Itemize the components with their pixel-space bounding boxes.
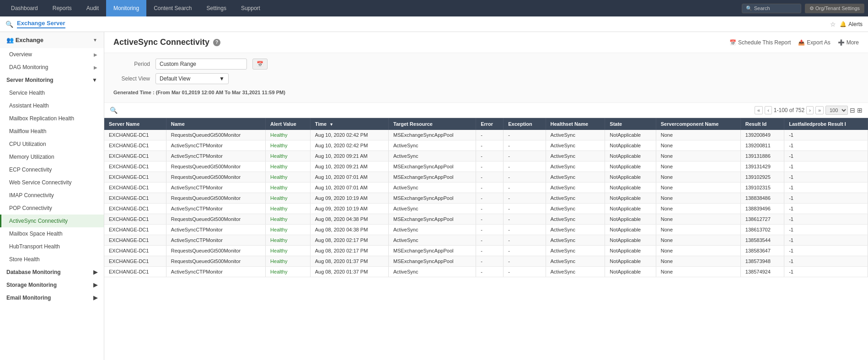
sidebar-item-memory-utilization[interactable]: Memory Utilization xyxy=(0,150,104,163)
column-filter-button[interactable]: ⊟ xyxy=(850,107,855,114)
table-row[interactable]: EXCHANGE-DC1 ActiveSyncCTPMonitor Health… xyxy=(104,204,868,214)
tab-monitoring[interactable]: Monitoring xyxy=(106,0,146,16)
cell-error: - xyxy=(476,172,504,183)
col-name[interactable]: Name xyxy=(166,118,265,130)
cell-target-resource: ActiveSync xyxy=(388,235,476,246)
secondary-search-icon[interactable]: 🔍 xyxy=(5,21,13,28)
sidebar-item-web-service-connectivity[interactable]: Web Service Connectivity xyxy=(0,176,104,189)
col-alert-value[interactable]: Alert Value xyxy=(266,118,311,130)
cell-healthset-name: ActiveSync xyxy=(546,267,605,277)
tab-content-search[interactable]: Content Search xyxy=(146,0,199,16)
sidebar-item-ecp-connectivity[interactable]: ECP Connectivity xyxy=(0,163,104,176)
chevron-down-icon: ▼ xyxy=(93,38,97,43)
table-row[interactable]: EXCHANGE-DC1 ActiveSyncCTPMonitor Health… xyxy=(104,183,868,193)
tab-audit[interactable]: Audit xyxy=(79,0,106,16)
cell-name: ActiveSyncCTPMonitor xyxy=(166,140,265,151)
cell-server-name: EXCHANGE-DC1 xyxy=(104,235,166,246)
cell-time: Aug 08, 2020 02:17 PM xyxy=(310,235,388,246)
next-page-button[interactable]: › xyxy=(806,106,814,114)
table-row[interactable]: EXCHANGE-DC1 RequestsQueuedGt500Monitor … xyxy=(104,256,868,267)
cell-lastfailedprobe: -1 xyxy=(784,256,868,267)
help-icon[interactable]: ? xyxy=(213,39,220,46)
select-view-label: Select View xyxy=(113,75,150,82)
cell-exception: - xyxy=(504,256,546,267)
col-time[interactable]: Time ▼ xyxy=(310,118,388,130)
sidebar-item-mailbox-replication-health[interactable]: Mailbox Replication Health xyxy=(0,112,104,125)
col-exception[interactable]: Exception xyxy=(504,118,546,130)
cell-state: NotApplicable xyxy=(605,161,656,172)
favorite-icon[interactable]: ☆ xyxy=(830,21,836,28)
cell-lastfailedprobe: -1 xyxy=(784,267,868,277)
table-row[interactable]: EXCHANGE-DC1 ActiveSyncCTPMonitor Health… xyxy=(104,151,868,161)
sidebar-item-overview[interactable]: Overview ▶ xyxy=(0,48,104,61)
page-size-select[interactable]: 100 50 25 xyxy=(825,106,848,115)
table-search-icon[interactable]: 🔍 xyxy=(110,107,118,114)
col-state[interactable]: State xyxy=(605,118,656,130)
table-row[interactable]: EXCHANGE-DC1 RequestsQueuedGt500Monitor … xyxy=(104,130,868,140)
table-row[interactable]: EXCHANGE-DC1 ActiveSyncCTPMonitor Health… xyxy=(104,225,868,235)
calendar-button[interactable]: 📅 xyxy=(252,59,268,70)
sidebar-item-dag-monitoring[interactable]: DAG Monitoring ▶ xyxy=(0,61,104,74)
sidebar-exchange-header[interactable]: 👥 Exchange ▼ xyxy=(0,32,104,48)
col-healthset-name[interactable]: Healthset Name xyxy=(546,118,605,130)
arrow-icon: ▶ xyxy=(94,65,97,70)
tab-settings[interactable]: Settings xyxy=(199,0,234,16)
cell-exception: - xyxy=(504,235,546,246)
cell-exception: - xyxy=(504,183,546,193)
col-servercomponent-name[interactable]: Servercomponent Name xyxy=(656,118,740,130)
sidebar-sub-header-storage-monitoring[interactable]: Storage Monitoring ▶ xyxy=(0,279,104,291)
tab-dashboard[interactable]: Dashboard xyxy=(4,0,45,16)
sidebar-item-mailflow-health[interactable]: Mailflow Health xyxy=(0,125,104,138)
cell-result-id: 138574924 xyxy=(740,267,784,277)
table-row[interactable]: EXCHANGE-DC1 RequestsQueuedGt500Monitor … xyxy=(104,161,868,172)
sidebar-item-imap-connectivity[interactable]: IMAP Connectivity xyxy=(0,189,104,202)
col-lastfailedprobe[interactable]: Lastfailedprobe Result I xyxy=(784,118,868,130)
search-box[interactable]: 🔍 Search xyxy=(742,4,801,13)
table-row[interactable]: EXCHANGE-DC1 RequestsQueuedGt500Monitor … xyxy=(104,193,868,204)
select-view-dropdown[interactable]: Default View ▼ xyxy=(155,73,229,84)
col-error[interactable]: Error xyxy=(476,118,504,130)
col-target-resource[interactable]: Target Resource xyxy=(388,118,476,130)
sidebar-sub-header-server-monitoring[interactable]: Server Monitoring ▼ xyxy=(0,74,104,86)
org-settings-button[interactable]: ⚙ Org/Tenant Settings xyxy=(805,4,864,13)
table-row[interactable]: EXCHANGE-DC1 RequestsQueuedGt500Monitor … xyxy=(104,246,868,256)
sidebar-item-cpu-utilization[interactable]: CPU Utilization xyxy=(0,138,104,150)
col-result-id[interactable]: Result Id xyxy=(740,118,784,130)
table-row[interactable]: EXCHANGE-DC1 ActiveSyncCTPMonitor Health… xyxy=(104,235,868,246)
schedule-report-button[interactable]: 📅 Schedule This Report xyxy=(729,39,791,46)
tab-reports[interactable]: Reports xyxy=(45,0,79,16)
prev-page-button[interactable]: ‹ xyxy=(765,106,772,114)
sidebar-item-service-health[interactable]: Service Health xyxy=(0,86,104,99)
cell-exception: - xyxy=(504,204,546,214)
sidebar-item-activesync-connectivity[interactable]: ActiveSync Connectivity xyxy=(0,215,104,227)
cell-exception: - xyxy=(504,214,546,225)
first-page-button[interactable]: « xyxy=(755,106,763,114)
tab-support[interactable]: Support xyxy=(234,0,268,16)
cell-state: NotApplicable xyxy=(605,172,656,183)
sidebar-item-store-health[interactable]: Store Health xyxy=(0,253,104,266)
cell-healthset-name: ActiveSync xyxy=(546,214,605,225)
cell-result-id: 139131886 xyxy=(740,151,784,161)
cell-state: NotApplicable xyxy=(605,214,656,225)
column-settings-button[interactable]: ⊞ xyxy=(857,107,863,114)
sidebar-sub-header-email-monitoring[interactable]: Email Monitoring ▶ xyxy=(0,291,104,304)
table-row[interactable]: EXCHANGE-DC1 RequestsQueuedGt500Monitor … xyxy=(104,214,868,225)
export-as-button[interactable]: 📤 Export As xyxy=(798,39,830,46)
sidebar-item-assistant-health[interactable]: Assistant Health xyxy=(0,99,104,112)
col-server-name[interactable]: Server Name xyxy=(104,118,166,130)
cell-name: ActiveSyncCTPMonitor xyxy=(166,151,265,161)
cell-servercomponent-name: None xyxy=(656,193,740,204)
sidebar-item-mailbox-space-health[interactable]: Mailbox Space Health xyxy=(0,227,104,240)
table-row[interactable]: EXCHANGE-DC1 RequestsQueuedGt500Monitor … xyxy=(104,172,868,183)
sidebar-sub-header-database-monitoring[interactable]: Database Monitoring ▶ xyxy=(0,266,104,279)
sidebar-item-hubtransport-health[interactable]: HubTransport Health xyxy=(0,240,104,253)
sidebar-item-pop-connectivity[interactable]: POP Connectivity xyxy=(0,202,104,215)
cell-name: RequestsQueuedGt500Monitor xyxy=(166,193,265,204)
table-row[interactable]: EXCHANGE-DC1 ActiveSyncCTPMonitor Health… xyxy=(104,267,868,277)
period-input[interactable] xyxy=(155,59,247,70)
alerts-button[interactable]: 🔔 Alerts xyxy=(840,21,863,27)
table-row[interactable]: EXCHANGE-DC1 ActiveSyncCTPMonitor Health… xyxy=(104,140,868,151)
cell-target-resource: MSExchangeSyncAppPool xyxy=(388,161,476,172)
more-button[interactable]: ➕ More xyxy=(838,39,859,46)
last-page-button[interactable]: » xyxy=(815,106,824,114)
